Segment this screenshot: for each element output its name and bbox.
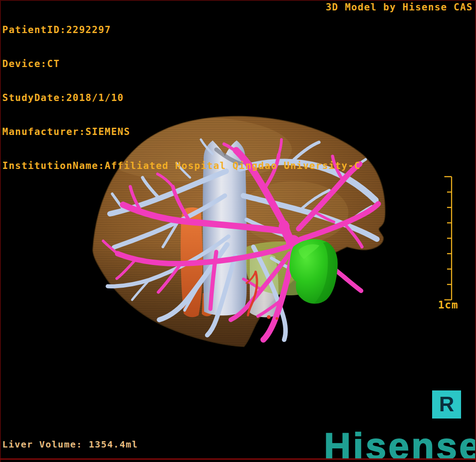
watermark-title: 3D Model by Hisense CAS: [326, 2, 473, 13]
study-date-line: StudyDate:2018/1/10: [2, 92, 361, 104]
window-border-left: [0, 0, 1, 462]
hisense-logo: Hisense: [324, 425, 476, 462]
institution-line: InstitutionName:Affiliated Hospital Qing…: [2, 160, 361, 172]
device-line: Device:CT: [2, 58, 361, 70]
patient-info-block: PatientID:2292297 Device:CT StudyDate:20…: [2, 2, 361, 194]
orientation-marker-r[interactable]: R: [432, 390, 461, 419]
window-border-bottom: [0, 458, 476, 460]
manufacturer-line: Manufacturer:SIEMENS: [2, 126, 361, 138]
viewer-window: PatientID:2292297 Device:CT StudyDate:20…: [0, 0, 476, 462]
scale-bar: [435, 172, 457, 308]
scale-bar-label: 1cm: [438, 299, 458, 311]
scale-bar-ruler: [444, 177, 452, 300]
liver-volume-readout: Liver Volume: 1354.4ml: [2, 439, 138, 450]
window-border-top: [0, 0, 476, 1]
patient-id-line: PatientID:2292297: [2, 24, 361, 36]
